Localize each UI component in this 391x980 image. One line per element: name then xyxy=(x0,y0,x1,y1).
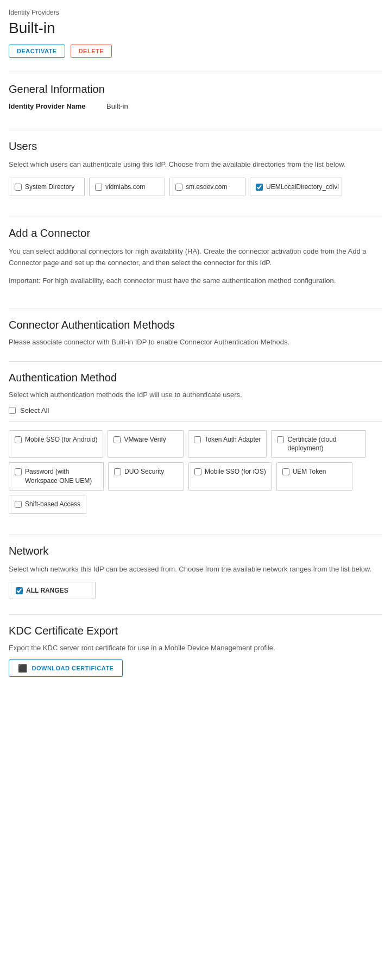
divider-4 xyxy=(9,309,382,309)
add-connector-section: Add a Connector You can select additiona… xyxy=(9,227,382,298)
auth-checkbox-certificate-cloud[interactable] xyxy=(277,436,284,443)
auth-label-mobile-sso-android: Mobile SSO (for Android) xyxy=(25,435,97,444)
auth-methods-grid: Mobile SSO (for Android) VMware Verify T… xyxy=(9,430,382,514)
auth-checkbox-uem-token[interactable] xyxy=(282,468,289,475)
divider-6 xyxy=(9,535,382,535)
action-buttons: DEACTIVATE DELETE xyxy=(9,45,382,58)
network-all-ranges-label: ALL RANGES xyxy=(26,587,68,594)
auth-label-uem-token: UEM Token xyxy=(293,467,326,476)
general-info-title: General Information xyxy=(9,83,382,96)
add-connector-desc1: You can select additional connectors for… xyxy=(9,246,382,269)
divider-3 xyxy=(9,217,382,217)
list-item[interactable]: Certificate (cloud deployment) xyxy=(271,430,366,458)
auth-method-section: Authentication Method Select which authe… xyxy=(9,372,382,525)
auth-label-password-uem: Password (with Workspace ONE UEM) xyxy=(25,467,98,486)
auth-label-mobile-sso-ios: Mobile SSO (for iOS) xyxy=(205,467,266,476)
network-all-ranges-checkbox[interactable] xyxy=(16,587,23,594)
list-item[interactable]: UEM Token xyxy=(276,462,352,491)
auth-checkbox-duo-security[interactable] xyxy=(114,468,121,475)
network-description: Select which networks this IdP can be ac… xyxy=(9,564,382,575)
auth-checkbox-vmware-verify[interactable] xyxy=(113,436,121,443)
directory-checkbox-vidmlabs[interactable] xyxy=(95,184,102,191)
directory-checkbox-system[interactable] xyxy=(15,184,22,191)
network-section: Network Select which networks this IdP c… xyxy=(9,545,382,605)
auth-label-token-auth: Token Auth Adapter xyxy=(204,435,261,444)
connector-auth-desc: Please associate connector with Built-in… xyxy=(9,338,382,346)
general-info-section: General Information Identity Provider Na… xyxy=(9,83,382,120)
auth-method-title: Authentication Method xyxy=(9,372,382,384)
auth-checkbox-token-auth[interactable] xyxy=(194,436,201,443)
connector-auth-title: Connector Authentication Methods xyxy=(9,319,382,331)
directory-checkbox-uemlocaldir[interactable] xyxy=(256,184,263,191)
divider-2 xyxy=(9,130,382,130)
download-certificate-label: DOWNLOAD CERTIFICATE xyxy=(32,665,114,671)
add-connector-desc2: Important: For high availability, each c… xyxy=(9,275,382,287)
network-title: Network xyxy=(9,545,382,557)
list-item[interactable]: Shift-based Access xyxy=(9,495,86,514)
list-item[interactable]: Mobile SSO (for iOS) xyxy=(188,462,272,491)
directory-checkbox-smesdev[interactable] xyxy=(175,184,182,191)
auth-checkbox-password-uem[interactable] xyxy=(15,468,22,475)
auth-label-certificate-cloud: Certificate (cloud deployment) xyxy=(287,435,360,454)
directories-grid: System Directory vidmlabs.com sm.esdev.c… xyxy=(9,178,382,197)
list-item[interactable]: VMware Verify xyxy=(108,430,184,458)
connector-auth-section: Connector Authentication Methods Please … xyxy=(9,319,382,351)
page-title: Built-in xyxy=(9,20,382,37)
deactivate-button[interactable]: DEACTIVATE xyxy=(9,45,65,58)
users-section: Users Select which users can authenticat… xyxy=(9,140,382,207)
list-item[interactable]: vidmlabs.com xyxy=(89,178,165,197)
users-title: Users xyxy=(9,140,382,153)
auth-label-vmware-verify: VMware Verify xyxy=(124,435,166,444)
list-item[interactable]: sm.esdev.com xyxy=(169,178,245,197)
download-certificate-button[interactable]: ⬛ DOWNLOAD CERTIFICATE xyxy=(9,659,123,677)
divider-5 xyxy=(9,361,382,362)
directory-label-system: System Directory xyxy=(25,183,74,192)
identity-provider-name-row: Identity Provider Name Built-in xyxy=(9,102,382,110)
auth-checkbox-shift-based[interactable] xyxy=(15,501,22,508)
list-item[interactable]: Mobile SSO (for Android) xyxy=(9,430,103,458)
kdc-title: KDC Certificate Export xyxy=(9,625,382,637)
auth-label-duo-security: DUO Security xyxy=(124,467,164,476)
users-description: Select which users can authenticate usin… xyxy=(9,159,382,170)
auth-checkbox-mobile-sso-ios[interactable] xyxy=(194,468,201,475)
kdc-description: Export the KDC server root certificate f… xyxy=(9,644,382,652)
add-connector-title: Add a Connector xyxy=(9,227,382,240)
auth-checkbox-mobile-sso-android[interactable] xyxy=(15,436,22,443)
select-all-checkbox[interactable] xyxy=(9,407,16,414)
breadcrumb: Identity Providers xyxy=(9,9,382,16)
list-item[interactable]: DUO Security xyxy=(108,462,184,491)
list-item[interactable]: System Directory xyxy=(9,178,85,197)
list-item[interactable]: UEMLocalDirectory_cdivi xyxy=(250,178,342,197)
select-all-label: Select All xyxy=(20,406,49,414)
select-all-row: Select All xyxy=(9,406,382,422)
list-item[interactable]: ALL RANGES xyxy=(9,582,96,599)
directory-label-smesdev: sm.esdev.com xyxy=(186,183,227,192)
identity-provider-name-label: Identity Provider Name xyxy=(9,102,96,110)
identity-provider-name-value: Built-in xyxy=(106,102,128,110)
list-item[interactable]: Password (with Workspace ONE UEM) xyxy=(9,462,104,491)
kdc-section: KDC Certificate Export Export the KDC se… xyxy=(9,625,382,682)
download-icon: ⬛ xyxy=(18,664,28,673)
divider-1 xyxy=(9,73,382,73)
directory-label-vidmlabs: vidmlabs.com xyxy=(105,183,145,192)
divider-7 xyxy=(9,614,382,615)
auth-label-shift-based: Shift-based Access xyxy=(25,500,80,509)
auth-method-description: Select which authentication methods the … xyxy=(9,391,382,399)
delete-button[interactable]: DELETE xyxy=(71,45,112,58)
directory-label-uemlocaldir: UEMLocalDirectory_cdivi xyxy=(266,183,339,192)
list-item[interactable]: Token Auth Adapter xyxy=(188,430,267,458)
